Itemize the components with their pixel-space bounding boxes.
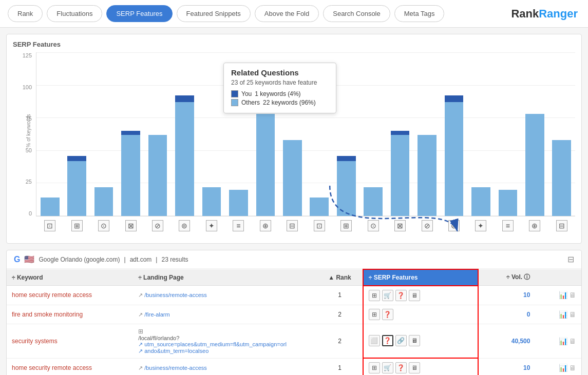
table-info-bar: G 🇺🇸 Google Orlando (google.com) | adt.c…	[7, 250, 581, 269]
keyword-link-2[interactable]: security systems	[12, 338, 58, 345]
bar-group-3[interactable]: ⊠	[117, 52, 144, 216]
serp-icon-0-1[interactable]: 🛒	[382, 362, 393, 373]
tooltip-row-you: You 1 keywords (4%)	[231, 90, 329, 97]
mini-chart-icon[interactable]: 📊	[559, 310, 567, 319]
bar-icon-4: ⊘	[422, 220, 433, 231]
serp-icon-1-1[interactable]: ❓	[382, 309, 393, 320]
tooltip-swatch-others	[231, 99, 238, 106]
table-body: home security remote access↗/business/re…	[7, 286, 581, 376]
mini-chart-icon[interactable]: 📊	[559, 337, 567, 345]
mini-screen-icon[interactable]: 🖥	[569, 364, 576, 372]
serp-icon-0-3[interactable]: 🖥	[409, 290, 420, 301]
bar-group-8[interactable]: ⊕	[521, 52, 548, 216]
serp-icon-0-2[interactable]: ❓	[395, 290, 407, 301]
tooltip-swatch-you	[231, 90, 238, 97]
tab-above-the-fold[interactable]: Above the Fold	[255, 5, 319, 22]
bar-icon-2: ⊙	[98, 220, 109, 231]
serp-icon2-2-2[interactable]: 🔗	[395, 335, 407, 346]
domain-info: adt.com	[130, 256, 152, 263]
tab-featured-snippets[interactable]: Featured Snippets	[177, 5, 251, 22]
y-label-125: 125	[23, 52, 32, 58]
bar-icon-7: ≡	[502, 220, 514, 231]
keyword-link-0[interactable]: home security remote access	[12, 291, 92, 299]
bar-you-3	[121, 131, 140, 135]
vol-cell-0: 10	[478, 286, 536, 305]
bar-group-6[interactable]: ✦	[467, 52, 494, 216]
bar-others-3	[391, 135, 410, 216]
mini-chart-icon[interactable]: 📊	[559, 291, 567, 299]
bar-icon-8: ⊕	[529, 220, 540, 231]
serp-icon-0-0[interactable]: ⊞	[369, 290, 380, 301]
serp-icon2-2-3[interactable]: 🖥	[409, 335, 420, 346]
bar-group-1[interactable]: ⊞	[333, 52, 359, 216]
bar-others-8	[256, 114, 275, 216]
landing-page-link-1[interactable]: /fire-alarm	[144, 311, 170, 318]
landing-page-link-0[interactable]: /business/remote-access	[144, 365, 207, 371]
bar-icon-0: ⊡	[314, 220, 325, 231]
top-nav: Rank Fluctuations SERP Features Featured…	[0, 0, 588, 28]
y-label-100: 100	[23, 84, 32, 90]
mini-screen-icon[interactable]: 🖥	[569, 310, 576, 319]
rank-cell-1: 2	[317, 305, 363, 324]
flag-icon: 🇺🇸	[24, 254, 34, 264]
results-count: 23 results	[161, 256, 188, 263]
y-label-25: 25	[26, 179, 32, 185]
col-header-actions	[535, 269, 581, 286]
bar-group-7[interactable]: ≡	[495, 52, 521, 216]
bar-group-2[interactable]: ⊙	[359, 52, 386, 216]
tooltip-others-label: Others	[241, 99, 260, 106]
serp-features-cell-0: ⊞🛒❓🖥	[363, 358, 478, 375]
actions-cell-2: 📊🖥	[535, 324, 581, 358]
results-table: ÷ Keyword ÷ Landing Page ▲ Rank ÷ SERP F…	[7, 269, 581, 375]
bar-group-3[interactable]: ⊠	[387, 52, 413, 216]
tab-meta-tags[interactable]: Meta Tags	[394, 5, 445, 22]
mini-chart-icon[interactable]: 📊	[559, 364, 567, 372]
copy-icon[interactable]: ⊞	[138, 328, 143, 335]
tab-fluctuations[interactable]: Fluctuations	[47, 5, 102, 22]
landing-page-link-0[interactable]: /business/remote-access	[144, 292, 207, 298]
actions-cell-1: 📊🖥	[535, 305, 581, 324]
serp-icon2-2-1[interactable]: ❓	[382, 335, 393, 346]
col-header-vol[interactable]: ÷ Vol. ⓘ	[478, 269, 536, 286]
table-row: home security remote access↗/business/re…	[7, 358, 581, 375]
mini-screen-icon[interactable]: 🖥	[569, 337, 576, 345]
bar-others-2	[94, 187, 113, 216]
bar-group-5[interactable]: ⊚	[441, 52, 467, 216]
tab-serp-features[interactable]: SERP Features	[106, 5, 172, 22]
bar-group-6[interactable]: ✦	[198, 52, 225, 216]
bar-group-4[interactable]: ⊘	[144, 52, 171, 216]
serp-icon-0-3[interactable]: 🖥	[409, 362, 420, 373]
bar-others-6	[471, 187, 490, 216]
serp-icon-0-2[interactable]: ❓	[395, 362, 407, 373]
table-row: fire and smoke monitoring↗/fire-alarm2⊞❓…	[7, 305, 581, 324]
bar-group-4[interactable]: ⊘	[413, 52, 440, 216]
landing-page-cell-0: ↗/business/remote-access	[133, 286, 317, 305]
serp-icon-0-0[interactable]: ⊞	[369, 362, 380, 373]
bar-group-5[interactable]: ⊚	[171, 52, 198, 216]
bar-group-1[interactable]: ⊞	[63, 52, 90, 216]
col-header-rank[interactable]: ▲ Rank	[317, 269, 363, 286]
filter-icon[interactable]: ⊟	[567, 254, 574, 264]
serp-icon2-2-0[interactable]: ⬜	[369, 335, 380, 346]
keyword-link-1[interactable]: fire and smoke monitoring	[12, 311, 83, 318]
bar-group-9[interactable]: ⊟	[548, 52, 575, 216]
bar-others-7	[229, 190, 248, 216]
bar-group-2[interactable]: ⊙	[90, 52, 117, 216]
bar-group-0[interactable]: ⊡	[36, 52, 63, 216]
tab-rank[interactable]: Rank	[8, 5, 43, 22]
separator-2: |	[156, 256, 157, 263]
chart-section: SERP Features % of keywords 125 100 75 5…	[6, 34, 582, 244]
tab-search-console[interactable]: Search Console	[323, 5, 390, 22]
col-header-keyword[interactable]: ÷ Keyword	[7, 269, 133, 286]
bar-icon-0: ⊡	[44, 220, 55, 231]
mini-screen-icon[interactable]: 🖥	[569, 291, 576, 299]
col-header-serp-features[interactable]: ÷ SERP Features	[363, 269, 478, 286]
bar-others-5	[445, 102, 464, 216]
col-header-landing-page[interactable]: ÷ Landing Page	[133, 269, 317, 286]
tooltip-you-label: You	[241, 90, 252, 97]
vol-cell-0: 10	[478, 358, 536, 375]
bar-others-9	[283, 140, 302, 216]
serp-icon-0-1[interactable]: 🛒	[382, 290, 393, 301]
keyword-link-0[interactable]: home security remote access	[12, 364, 92, 371]
serp-icon-1-0[interactable]: ⊞	[369, 309, 380, 320]
